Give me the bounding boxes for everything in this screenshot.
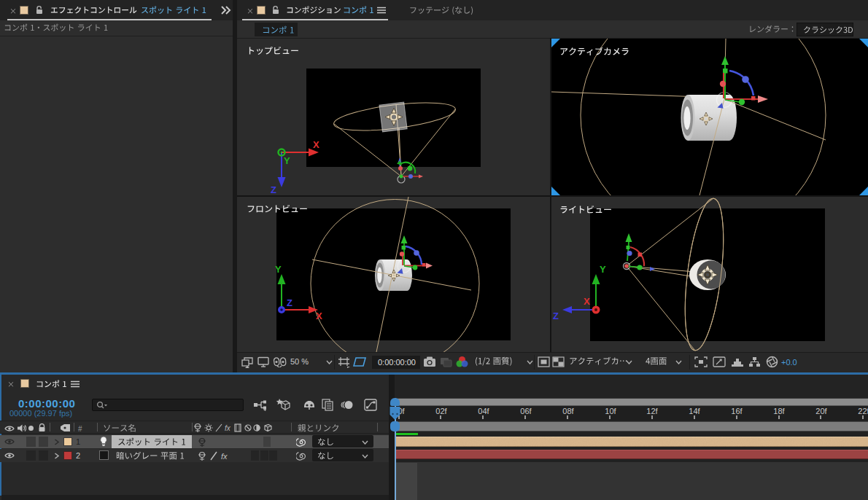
svg-text:X: X bbox=[584, 296, 590, 307]
svg-text:Z: Z bbox=[553, 310, 559, 321]
svg-text:Z: Z bbox=[287, 297, 292, 308]
svg-text:X: X bbox=[316, 310, 322, 321]
svg-text:Z: Z bbox=[271, 184, 276, 195]
svg-text:fx: fx bbox=[225, 424, 231, 432]
svg-text:Y: Y bbox=[284, 155, 290, 166]
svg-text:X: X bbox=[313, 139, 319, 150]
svg-text:Y: Y bbox=[275, 264, 282, 275]
svg-text:Y: Y bbox=[600, 264, 606, 275]
